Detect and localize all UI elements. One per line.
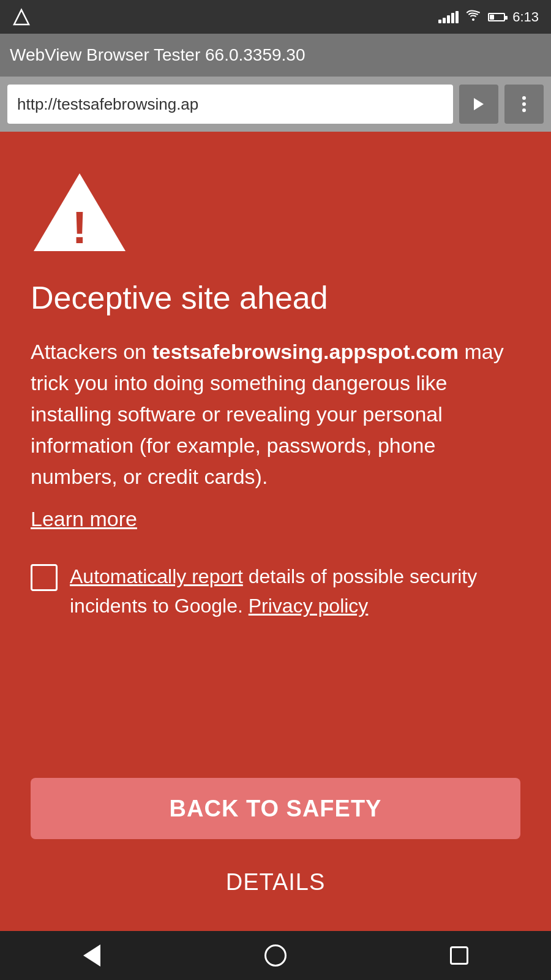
warning-triangle-svg: ! xyxy=(31,168,129,254)
status-bar-right: 6:13 xyxy=(438,9,539,25)
warning-triangle-icon: ! xyxy=(31,168,129,254)
menu-button[interactable] xyxy=(504,85,544,124)
app-title-bar: WebView Browser Tester 66.0.3359.30 xyxy=(0,34,551,77)
battery-icon xyxy=(488,13,505,21)
learn-more-link[interactable]: Learn more xyxy=(31,507,137,531)
auto-report-checkbox[interactable] xyxy=(31,564,58,591)
warning-title: Deceptive site ahead xyxy=(31,279,328,317)
menu-dot-2 xyxy=(522,102,526,106)
url-input[interactable] xyxy=(7,85,453,124)
warning-icon-container: ! xyxy=(31,168,129,254)
home-circle-icon xyxy=(264,944,287,967)
nav-bar xyxy=(0,931,551,980)
app-title: WebView Browser Tester 66.0.3359.30 xyxy=(10,45,305,65)
svg-text:!: ! xyxy=(72,202,88,253)
details-button[interactable]: DETAILS xyxy=(31,858,520,907)
menu-dot-3 xyxy=(522,108,526,112)
nexus-logo-icon xyxy=(12,8,31,26)
forward-arrow-icon xyxy=(469,94,489,114)
privacy-policy-link[interactable]: Privacy policy xyxy=(249,595,369,617)
recent-nav-button[interactable] xyxy=(435,931,484,980)
checkbox-container: Automatically report details of possible… xyxy=(31,562,520,620)
site-name: testsafebrowsing.appspot.com xyxy=(152,340,459,363)
navigate-button[interactable] xyxy=(459,85,498,124)
status-bar: 6:13 xyxy=(0,0,551,34)
svg-marker-0 xyxy=(14,10,29,24)
recent-square-icon xyxy=(450,946,468,965)
home-nav-button[interactable] xyxy=(251,931,300,980)
status-bar-left xyxy=(12,8,36,26)
wifi-icon xyxy=(466,10,481,24)
description-part1: Attackers on xyxy=(31,340,152,363)
browser-bar xyxy=(0,77,551,132)
back-nav-button[interactable] xyxy=(67,931,116,980)
status-time: 6:13 xyxy=(512,9,539,25)
warning-page: ! Deceptive site ahead Attackers on test… xyxy=(0,132,551,931)
signal-icon xyxy=(438,11,459,23)
svg-marker-1 xyxy=(474,98,484,110)
back-arrow-icon xyxy=(83,944,100,967)
warning-description: Attackers on testsafebrowsing.appspot.co… xyxy=(31,336,520,492)
checkbox-label: Automatically report details of possible… xyxy=(70,562,520,620)
menu-dot-1 xyxy=(522,96,526,100)
checkbox-label-auto-report[interactable]: Automatically report xyxy=(70,565,243,587)
back-to-safety-button[interactable]: BACK TO SAFETY xyxy=(31,778,520,839)
